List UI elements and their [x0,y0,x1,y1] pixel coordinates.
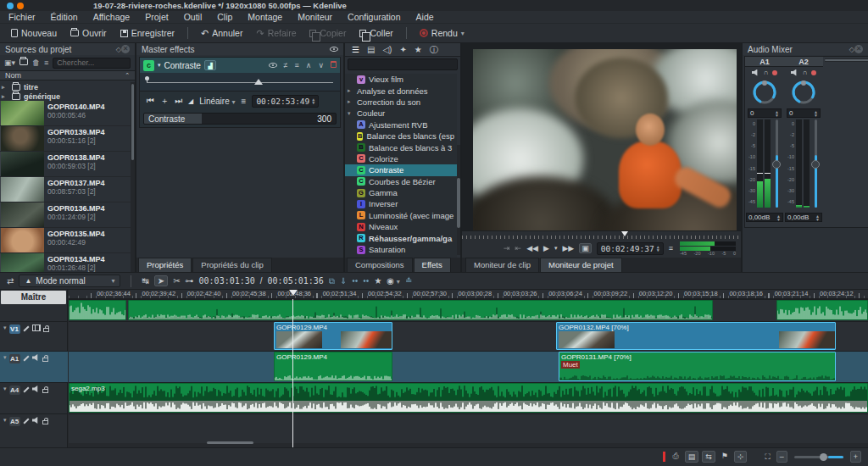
collapse-track-icon[interactable]: ▾ [3,325,7,331]
bin-search-input[interactable] [53,58,131,69]
add-keyframe-icon[interactable]: ＋ [160,95,169,107]
timeline-menu-icon[interactable]: ≛ [405,276,412,286]
db-value[interactable]: 0,00dB▲▼ [785,213,822,222]
coller-button[interactable]: Coller [353,26,398,40]
playhead-marker[interactable] [289,290,298,296]
spacer-tool-icon[interactable]: ↹ [142,276,148,286]
effect-stack-tab-0[interactable]: Propriétés [138,258,192,272]
volume-slider[interactable] [772,119,781,208]
headphone-icon[interactable]: ∩ [803,69,808,76]
window-control-icon[interactable] [17,3,24,9]
rendu-button[interactable]: Rendu▾ [414,26,470,40]
delete-effect-icon[interactable] [331,61,337,69]
bin-clip-row[interactable]: GOPR0134.MP400:01:26:48 [2] [0,253,131,272]
effect-item-vieux-film[interactable]: vVieux film [345,74,457,85]
effects-list-tab-1[interactable]: Effets [414,258,451,272]
audio-clip[interactable] [776,300,868,320]
move-down-icon[interactable]: ∨ [318,61,324,69]
preview-render-icon[interactable]: ⎙ [670,451,682,463]
track-lane[interactable] [69,299,868,321]
bin-clip-row[interactable]: GOPR0139.MP400:00:51:16 [2] [0,126,131,152]
effect-stack-tab-1[interactable]: Propriétés du clip [192,258,271,272]
audio-track-icon[interactable] [32,386,40,392]
forward-icon[interactable]: ▶▶ [562,244,574,252]
keyframe-ruler[interactable] [140,73,340,92]
track-effects-icon[interactable] [23,386,29,392]
menu-item-projet[interactable]: Projet [145,12,168,22]
chevron-down-icon[interactable]: ▾ [554,245,558,252]
favorite-effects-icon[interactable]: ★ [374,276,381,286]
bin-scrollbar[interactable] [131,82,135,272]
expander-icon[interactable]: ▸ [2,84,8,91]
audio-clip[interactable]: sega2.mp3 [69,383,868,413]
track-header-a1[interactable]: ▾A1 [0,351,68,382]
effect-item-niveaux[interactable]: NNiveaux [345,221,457,232]
keyframe-menu-icon[interactable]: ≡ [242,97,247,106]
menu-item-fichier[interactable]: Fichier [8,12,36,22]
play-icon[interactable]: ▶ [543,244,549,252]
keyframe-marker[interactable] [254,79,263,85]
bin-menu-icon[interactable]: ≡ [44,58,48,67]
gain-spinbox[interactable]: 0▲▼ [748,108,782,118]
next-keyframe-icon[interactable]: ⏭ [175,96,182,106]
collapse-track-icon[interactable]: ▾ [3,386,7,392]
channel-name[interactable]: A1 [745,57,784,67]
channel-name[interactable]: A2 [784,57,823,67]
effect-item-ajustement-rvb[interactable]: AAjustement RVB [345,119,457,130]
lock-track-icon[interactable] [42,358,48,362]
audio-effects-icon[interactable]: ◁) [382,45,392,54]
info-icon[interactable]: ⓘ [430,44,438,56]
record-icon[interactable] [772,70,777,75]
menu-item-outil[interactable]: Outil [184,12,203,22]
volume-slider[interactable] [811,119,820,208]
effects-search-input[interactable] [348,58,458,70]
monitor-tab-1[interactable]: Moniteur de projet [540,258,622,272]
close-panel-icon[interactable]: ✕ [121,45,130,53]
effect-menu-icon[interactable]: ≡ [295,61,299,69]
transitions-icon[interactable]: ✦ [399,45,406,54]
menu-item-dition[interactable]: Édition [51,12,78,22]
interpolation-select[interactable]: Linéaire ▾ [199,97,235,106]
effect-item-courbes-de-b-zier[interactable]: CCourbes de Bézier [345,176,457,187]
edit-mode-select[interactable]: ▲Mode normal▾ [19,275,120,287]
speaker-icon[interactable] [752,69,760,76]
audio-track-icon[interactable] [32,354,40,361]
render-preview-icon[interactable]: ◉ ▾ [387,276,400,286]
effect-item-r-hausser-gamma-ga[interactable]: RRéhausser/gamma/ga [345,232,457,243]
bin-folder-générique[interactable]: ▸générique [0,92,131,101]
video-thumbs-icon[interactable]: ▤ [685,451,699,463]
collapse-track-icon[interactable]: ▾ [3,354,7,361]
effect-item-balance-des-blancs-esp[interactable]: BBalance des blancs (esp [345,130,457,141]
timeline-body[interactable]: 00:02:36:4400:02:39:4200:02:42:4000:02:4… [69,290,868,447]
menu-item-aide[interactable]: Aide [416,12,434,22]
effects-list-tab-0[interactable]: Compositions [347,258,413,272]
zoom-fit-icon[interactable]: ⛶ [762,452,772,463]
effect-item-balance-des-blancs-3[interactable]: BBalance des blancs à 3 [345,141,457,153]
audio-clip[interactable] [128,300,713,320]
effect-header[interactable]: c ▾ Contraste ▟ ≠ ≡ ∧ ∨ [140,58,340,73]
compare-icon[interactable]: ≠ [284,61,288,69]
monitor-menu-icon[interactable]: ≡ [669,244,673,252]
monitor-zoom-bar[interactable] [462,230,741,239]
audio-track-icon[interactable] [32,417,40,424]
audio-clip[interactable]: GOPR0131.MP4 [70%]Muet [559,352,836,381]
window-control-icon[interactable] [7,3,14,9]
markers-icon[interactable]: ⚑ [719,451,731,463]
selection-tool-icon[interactable]: ➤ [154,275,168,286]
bin-clip-row[interactable]: GOPR0137.MP400:08:57:03 [2] [0,177,131,202]
lock-track-icon[interactable] [43,328,49,332]
zoom-out-icon[interactable]: – [776,451,787,463]
track-lane[interactable]: sega2.mp3 [69,382,868,413]
zone-out-icon[interactable]: ⇤ [515,244,522,252]
zone-mode-icon[interactable]: ▣ [579,243,592,253]
monitor-video-frame[interactable] [473,49,737,230]
effect-category-couleur[interactable]: ▾Couleur [345,108,457,119]
zoom-in-icon[interactable]: + [850,451,861,463]
effect-item-contraste[interactable]: CContraste [345,164,457,175]
expander-icon[interactable]: ▸ [348,87,353,94]
collapse-effect-icon[interactable]: ▾ [158,62,161,69]
effects-scrollbar[interactable] [457,145,460,255]
lock-track-icon[interactable] [42,389,48,393]
extract-zone-icon[interactable]: •• [363,276,369,286]
ouvrir-button[interactable]: Ouvrir [64,26,113,40]
